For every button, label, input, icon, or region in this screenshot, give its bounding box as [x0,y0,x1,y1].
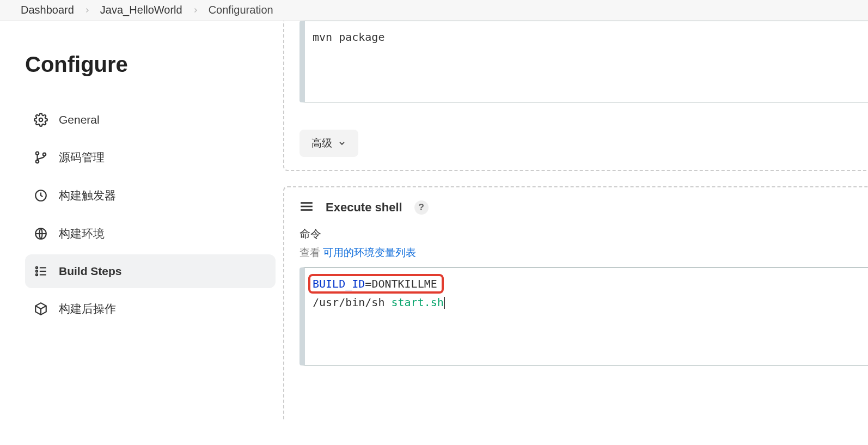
sidebar: Configure General 源码管理 构建触发器 构建环境 [0,21,283,445]
highlight-annotation: BUILD_ID=DONTKILLME [308,274,444,294]
breadcrumb-project[interactable]: Java_HelloWorld [100,4,182,16]
package-icon [34,302,48,316]
command-label: 命令 [299,227,868,241]
sidebar-item-label: 源码管理 [59,150,105,165]
sidebar-item-general[interactable]: General [25,103,276,137]
sidebar-item-label: General [59,113,100,126]
sidebar-item-label: 构建环境 [59,226,105,241]
svg-point-3 [43,153,46,156]
svg-point-7 [36,270,38,272]
sidebar-item-build-steps[interactable]: Build Steps [25,254,276,288]
text-cursor [444,297,445,309]
goals-textarea[interactable]: mvn package [299,21,868,102]
sidebar-item-triggers[interactable]: 构建触发器 [25,178,276,213]
step-title: Execute shell [326,200,402,215]
sidebar-item-scm[interactable]: 源码管理 [25,140,276,175]
drag-handle-icon[interactable] [299,201,314,214]
command-hint: 查看 可用的环境变量列表 [299,246,868,260]
env-vars-link[interactable]: 可用的环境变量列表 [323,247,416,258]
clock-icon [34,188,48,203]
svg-point-2 [36,160,39,163]
page-title: Configure [25,52,268,77]
advanced-toggle[interactable]: 高级 [299,130,358,157]
help-icon[interactable]: ? [414,200,429,215]
chevron-right-icon [192,7,199,14]
branch-icon [34,150,48,164]
advanced-label: 高级 [311,136,332,150]
build-step-prev: mvn package 高级 [283,21,868,171]
steps-icon [34,264,48,278]
sidebar-item-environment[interactable]: 构建环境 [25,216,276,251]
main-content: mvn package 高级 Execute shell ? 命令 查看 可 [283,21,868,445]
chevron-right-icon [84,7,90,14]
sidebar-item-post-build[interactable]: 构建后操作 [25,291,276,326]
sidebar-item-label: 构建后操作 [59,301,116,316]
svg-point-1 [36,152,39,155]
globe-icon [34,227,48,241]
breadcrumb: Dashboard Java_HelloWorld Configuration [0,0,868,21]
breadcrumb-current: Configuration [209,4,273,16]
shell-command-textarea[interactable]: BUILD_ID=DONTKILLME /usr/bin/sh start.sh [299,267,868,365]
svg-point-6 [36,267,38,269]
breadcrumb-dashboard[interactable]: Dashboard [21,4,74,16]
sidebar-item-label: 构建触发器 [59,188,116,203]
build-step-execute-shell: Execute shell ? 命令 查看 可用的环境变量列表 BUILD_ID… [283,186,868,420]
svg-point-0 [39,118,43,122]
gear-icon [34,113,48,127]
sidebar-item-label: Build Steps [59,265,122,278]
chevron-down-icon [338,139,346,148]
svg-point-8 [36,274,38,276]
